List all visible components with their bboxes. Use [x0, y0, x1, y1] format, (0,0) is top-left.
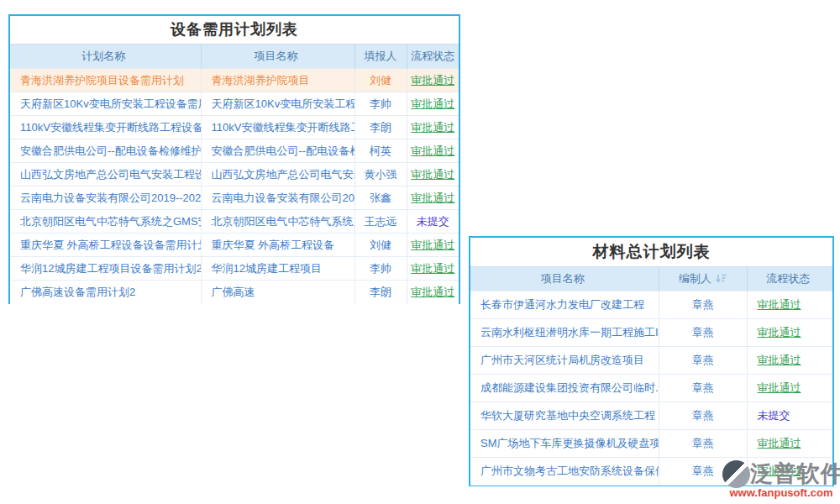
table-row[interactable]: 重庆华夏 外高桥工程设备设备需用计划重庆华夏 外高桥工程设备刘健审批通过 [10, 234, 459, 257]
status-cell[interactable]: 审批通过 [747, 430, 832, 458]
plan-text: 天府新区10Kv变电所安装工程设备需用计划 [20, 97, 201, 110]
project-text: 华软大厦研究基地中央空调系统工程 [480, 409, 655, 422]
project-link[interactable]: 天府新区10Kv变电所安装工程 [201, 92, 354, 116]
table-row[interactable]: 北京朝阳区电气中芯特气系统之GMS安装设备...北京朝阳区电气中芯特气系统之GM… [10, 210, 459, 234]
plan-text: 安徽合肥供电公司--配电设备检修维护和改造... [20, 144, 201, 157]
column-header-project[interactable]: 项目名称 [470, 267, 659, 291]
status-text: 审批通过 [758, 465, 801, 477]
column-header-plan[interactable]: 计划名称 [10, 45, 201, 69]
person-text: 章燕 [692, 354, 714, 366]
plan-link[interactable]: 重庆华夏 外高桥工程设备设备需用计划 [10, 234, 201, 257]
project-link[interactable]: 110kV安徽线程集变开断线路工程 [201, 116, 354, 139]
column-header-label: 填报人 [365, 50, 397, 62]
project-text: 天府新区10Kv变电所安装工程 [212, 97, 355, 110]
project-text: 广州市天河区统计局机房改造项目 [480, 354, 644, 366]
table-row[interactable]: 110kV安徽线程集变开断线路工程设备需用计划110kV安徽线程集变开断线路工程… [10, 116, 459, 139]
plan-link[interactable]: 广佛高速设备需用计划2 [10, 281, 201, 304]
sort-desc-icon[interactable] [716, 274, 727, 283]
column-header-project[interactable]: 项目名称 [201, 45, 354, 69]
table-row[interactable]: 云南水利枢纽潜明水库一期工程施工I标章燕审批通过 [470, 319, 832, 347]
column-header-status[interactable]: 流程状态 [747, 267, 832, 291]
table-row[interactable]: 广州市天河区统计局机房改造项目章燕审批通过 [470, 347, 832, 375]
project-link[interactable]: 广佛高速 [201, 281, 354, 304]
table-row[interactable]: 华润12城房建工程项目设备需用计划2华润12城房建工程项目李帅审批通过 [10, 257, 459, 281]
column-header-person[interactable]: 填报人 [354, 45, 407, 69]
plan-link[interactable]: 云南电力设备安装有限公司2019--2020年度劳... [10, 186, 201, 210]
project-link[interactable]: 华润12城房建工程项目 [201, 257, 354, 281]
table-row[interactable]: 安徽合肥供电公司--配电设备检修维护和改造...安徽合肥供电公司--配电设备检修… [10, 139, 459, 163]
project-text: 云南水利枢纽潜明水库一期工程施工I标 [480, 326, 659, 339]
project-text: 山西弘文房地产总公司电气安装工程 [212, 168, 355, 181]
status-cell[interactable]: 审批通过 [407, 69, 459, 92]
material-panel-title: 材料总计划列表 [470, 238, 832, 266]
plan-link[interactable]: 天府新区10Kv变电所安装工程设备需用计划 [10, 92, 201, 116]
status-text: 审批通过 [758, 437, 801, 449]
project-link[interactable]: 华软大厦研究基地中央空调系统工程 [470, 402, 659, 430]
status-text: 审批通过 [411, 97, 454, 110]
plan-link[interactable]: 110kV安徽线程集变开断线路工程设备需用计划 [10, 116, 201, 139]
status-text: 审批通过 [411, 262, 454, 275]
table-row[interactable]: 华软大厦研究基地中央空调系统工程章燕未提交 [470, 402, 832, 430]
status-cell[interactable]: 审批通过 [407, 92, 459, 116]
table-row[interactable]: 广佛高速设备需用计划2广佛高速李朗审批通过 [10, 281, 459, 304]
status-cell[interactable]: 审批通过 [747, 375, 832, 402]
table-row[interactable]: 山西弘文房地产总公司电气安装工程设备需用...山西弘文房地产总公司电气安装工程黄… [10, 163, 459, 186]
plan-link[interactable]: 华润12城房建工程项目设备需用计划2 [10, 257, 201, 281]
status-cell[interactable]: 审批通过 [747, 319, 832, 347]
equipment-panel-title: 设备需用计划列表 [10, 16, 459, 44]
project-link[interactable]: 北京朝阳区电气中芯特气系统之GM... [201, 210, 354, 234]
plan-link[interactable]: 青海洪湖养护院项目设备需用计划 [10, 69, 201, 92]
table-row[interactable]: 长春市伊通河水力发电厂改建工程章燕审批通过 [470, 291, 832, 319]
project-link[interactable]: 云南电力设备安装有限公司2019--2... [201, 186, 354, 210]
status-cell[interactable]: 审批通过 [407, 163, 459, 186]
status-cell[interactable]: 审批通过 [747, 347, 832, 375]
project-link[interactable]: 广州市天河区统计局机房改造项目 [470, 347, 659, 375]
project-link[interactable]: 广州市文物考古工地安防系统设备保修 [470, 458, 659, 486]
project-link[interactable]: 青海洪湖养护院项目 [201, 69, 354, 92]
equipment-plan-table: 计划名称项目名称填报人流程状态 青海洪湖养护院项目设备需用计划青海洪湖养护院项目… [10, 44, 459, 304]
plan-text: 广佛高速设备需用计划2 [20, 286, 135, 298]
plan-link[interactable]: 山西弘文房地产总公司电气安装工程设备需用... [10, 163, 201, 186]
plan-text: 重庆华夏 外高桥工程设备设备需用计划 [20, 239, 201, 251]
person-text: 王志远 [365, 215, 397, 228]
status-cell[interactable]: 未提交 [747, 402, 832, 430]
person-cell: 李帅 [354, 257, 407, 281]
plan-link[interactable]: 安徽合肥供电公司--配电设备检修维护和改造... [10, 139, 201, 163]
project-text: 青海洪湖养护院项目 [212, 74, 310, 87]
table-row[interactable]: 广州市文物考古工地安防系统设备保修章燕审批通过 [470, 458, 832, 486]
project-link[interactable]: 成都能源建设集团投资有限公司临时... [470, 375, 659, 402]
equipment-table-header-row: 计划名称项目名称填报人流程状态 [10, 45, 459, 69]
material-plan-panel: 材料总计划列表 项目名称编制人流程状态 长春市伊通河水力发电厂改建工程章燕审批通… [469, 236, 834, 486]
project-link[interactable]: 云南水利枢纽潜明水库一期工程施工I标 [470, 319, 659, 347]
plan-link[interactable]: 北京朝阳区电气中芯特气系统之GMS安装设备... [10, 210, 201, 234]
project-link[interactable]: 安徽合肥供电公司--配电设备检修维... [201, 139, 354, 163]
status-cell[interactable]: 审批通过 [407, 139, 459, 163]
column-header-status[interactable]: 流程状态 [407, 45, 459, 69]
equipment-plan-panel: 设备需用计划列表 计划名称项目名称填报人流程状态 青海洪湖养护院项目设备需用计划… [8, 14, 460, 304]
project-link[interactable]: 山西弘文房地产总公司电气安装工程 [201, 163, 354, 186]
status-cell[interactable]: 审批通过 [407, 186, 459, 210]
table-row[interactable]: 成都能源建设集团投资有限公司临时...章燕审批通过 [470, 375, 832, 402]
project-text: 110kV安徽线程集变开断线路工程 [212, 121, 355, 134]
status-cell[interactable]: 审批通过 [747, 458, 832, 486]
table-row[interactable]: 青海洪湖养护院项目设备需用计划青海洪湖养护院项目刘健审批通过 [10, 69, 459, 92]
status-cell[interactable]: 审批通过 [747, 291, 832, 319]
status-text: 未提交 [758, 409, 790, 422]
status-cell[interactable]: 审批通过 [407, 116, 459, 139]
project-link[interactable]: 重庆华夏 外高桥工程设备 [201, 234, 354, 257]
table-row[interactable]: SM广场地下车库更换摄像机及硬盘项目章燕审批通过 [470, 430, 832, 458]
column-header-label: 流程状态 [411, 50, 454, 62]
project-text: 安徽合肥供电公司--配电设备检修维... [212, 144, 355, 157]
table-row[interactable]: 云南电力设备安装有限公司2019--2020年度劳...云南电力设备安装有限公司… [10, 186, 459, 210]
project-link[interactable]: 长春市伊通河水力发电厂改建工程 [470, 291, 659, 319]
table-row[interactable]: 天府新区10Kv变电所安装工程设备需用计划天府新区10Kv变电所安装工程李帅审批… [10, 92, 459, 116]
status-cell[interactable]: 未提交 [407, 210, 459, 234]
status-cell[interactable]: 审批通过 [407, 234, 459, 257]
person-text: 章燕 [692, 381, 714, 394]
project-link[interactable]: SM广场地下车库更换摄像机及硬盘项目 [470, 430, 659, 458]
person-cell: 章燕 [659, 430, 747, 458]
column-header-person[interactable]: 编制人 [659, 267, 747, 291]
status-cell[interactable]: 审批通过 [407, 257, 459, 281]
status-cell[interactable]: 审批通过 [407, 281, 459, 304]
plan-text: 云南电力设备安装有限公司2019--2020年度劳... [20, 192, 201, 204]
